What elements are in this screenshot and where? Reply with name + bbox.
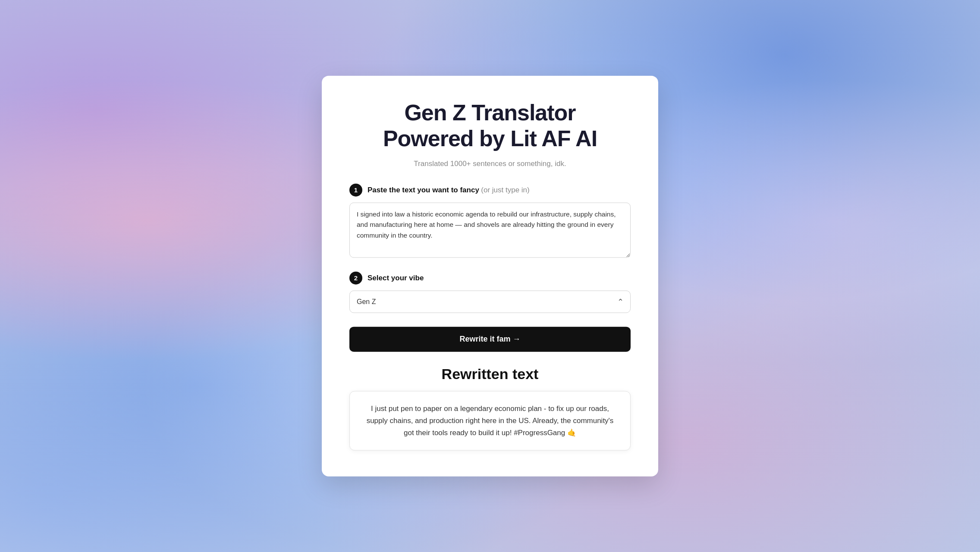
step2-title: Select your vibe: [368, 273, 424, 282]
main-card: Gen Z Translator Powered by Lit AF AI Tr…: [322, 76, 658, 477]
output-text: I just put pen to paper on a legendary e…: [364, 402, 616, 439]
text-input[interactable]: [349, 202, 631, 257]
rewrite-button[interactable]: Rewrite it fam →: [349, 326, 631, 351]
vibe-select-container: Gen Z Millennial Boomer Corporate ⌃: [349, 290, 631, 313]
output-heading: Rewritten text: [349, 365, 631, 382]
step2-section: 2 Select your vibe Gen Z Millennial Boom…: [349, 271, 631, 313]
step1-label: 1 Paste the text you want to fancy (or j…: [349, 183, 631, 196]
step1-title: Paste the text you want to fancy (or jus…: [368, 185, 530, 194]
step1-badge: 1: [349, 183, 362, 196]
step2-label: 2 Select your vibe: [349, 271, 631, 284]
step2-badge: 2: [349, 271, 362, 284]
page-title: Gen Z Translator Powered by Lit AF AI: [349, 100, 631, 152]
page-subtitle: Translated 1000+ sentences or something,…: [349, 159, 631, 168]
output-box: I just put pen to paper on a legendary e…: [349, 391, 631, 450]
vibe-select[interactable]: Gen Z Millennial Boomer Corporate: [349, 290, 631, 313]
step1-section: 1 Paste the text you want to fancy (or j…: [349, 183, 631, 259]
